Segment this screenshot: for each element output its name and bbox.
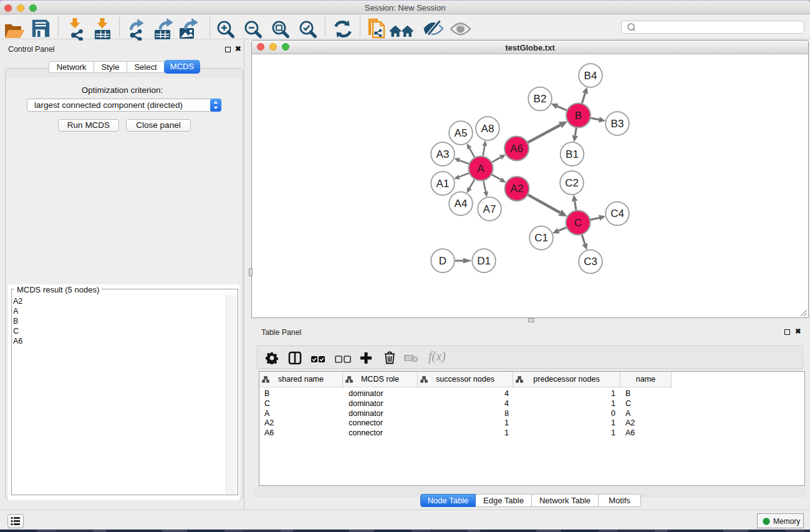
svg-text:A3: A3 [436,148,450,160]
svg-text:B2: B2 [534,93,547,105]
svg-text:A: A [477,163,485,175]
svg-text:A4: A4 [455,198,468,210]
svg-text:D: D [439,255,446,267]
svg-text:A1: A1 [436,178,450,190]
svg-text:A6: A6 [510,143,523,155]
svg-text:D1: D1 [477,255,491,267]
svg-text:B3: B3 [611,118,624,130]
svg-text:C2: C2 [565,177,579,189]
svg-text:A7: A7 [483,203,496,215]
svg-text:C: C [574,217,582,229]
svg-text:B1: B1 [566,148,579,160]
svg-text:B4: B4 [584,70,597,82]
svg-text:A8: A8 [481,123,494,135]
svg-text:C3: C3 [584,256,597,268]
svg-text:A2: A2 [511,183,524,195]
svg-text:A5: A5 [455,127,468,139]
svg-text:B: B [575,110,582,122]
svg-text:C1: C1 [534,232,548,244]
svg-text:C4: C4 [610,208,624,220]
